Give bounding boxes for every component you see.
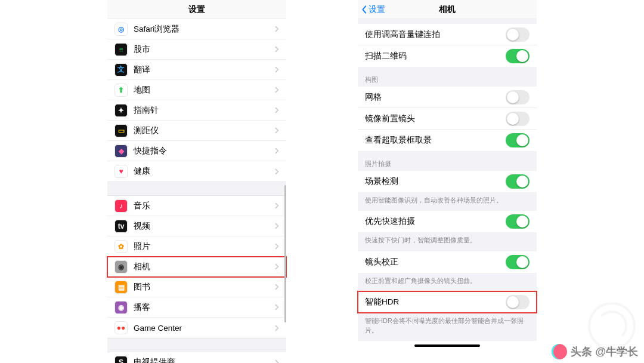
chevron-right-icon [275,87,279,93]
row-maps[interactable]: ⬆地图 [107,80,286,100]
row-photos[interactable]: ✿照片 [107,236,286,257]
footer-fast: 快速按下快门时，智能调整图像质量。 [358,232,537,251]
switch-knob [516,134,528,146]
switch-qrcode[interactable] [506,49,530,63]
row-health[interactable]: ♥健康 [107,161,286,182]
row-lenscorr[interactable]: 镜头校正 [358,251,537,273]
right-camera-screen: 设置 相机 使用调高音量键连拍扫描二维码 构图 网格镜像前置镜头查看超取景框取景… [358,0,537,363]
switch-smarthdr[interactable] [506,295,530,309]
row-stocks[interactable]: ≡股市 [107,39,286,60]
navbar-camera: 设置 相机 [358,0,537,19]
maps-icon: ⬆ [114,84,128,97]
row-tv[interactable]: tv视频 [107,216,286,236]
chevron-right-icon [275,359,279,364]
row-translate[interactable]: 文翻译 [107,60,286,80]
label-books: 图书 [134,282,275,293]
row-mirror[interactable]: 镜像前置镜头 [358,108,537,130]
label-gamecenter: Game Center [134,324,275,333]
row-gamecenter[interactable]: ●●Game Center [107,318,286,338]
nav-title: 设置 [188,4,205,15]
nav-title: 相机 [439,4,456,15]
row-lens-correction: 镜头校正 [358,251,537,273]
health-icon: ♥ [114,165,128,178]
row-scene-detect: 场景检测 [358,171,537,192]
row-fastshot[interactable]: 优先快速拍摄 [358,211,537,232]
music-icon: ♪ [114,199,128,213]
switch-grid[interactable] [506,90,530,104]
chevron-right-icon [275,168,279,175]
row-safari[interactable]: ◎Safari浏览器 [107,19,286,39]
label-mirror: 镜像前置镜头 [365,113,506,124]
switch-fastshot[interactable] [506,214,530,229]
label-qrcode: 扫描二维码 [365,51,506,61]
row-shortcuts[interactable]: ◆快捷指令 [107,141,286,161]
watermark: 头条 @牛学长 [552,344,638,359]
section-gap [107,338,286,352]
row-podcasts[interactable]: ◉播客 [107,297,286,318]
row-measure[interactable]: ▭测距仪 [107,121,286,141]
group-top: 使用调高音量键连拍扫描二维码 [358,24,537,67]
measure-icon: ▭ [114,124,128,137]
label-tv: 视频 [134,221,275,232]
row-smart-hdr: 智能HDR [358,291,537,313]
row-smarthdr[interactable]: 智能HDR [358,291,537,313]
chevron-right-icon [275,66,279,73]
chevron-right-icon [275,127,279,134]
row-compass[interactable]: ✦指南针 [107,100,286,121]
row-qrcode[interactable]: 扫描二维码 [358,45,537,67]
row-music[interactable]: ♪音乐 [107,196,286,216]
label-compass: 指南针 [134,105,275,116]
chevron-right-icon [275,46,279,53]
label-music: 音乐 [134,201,275,211]
row-books[interactable]: ▤图书 [107,277,286,297]
label-scenedetect: 场景检测 [365,176,506,187]
home-indicator[interactable] [414,344,480,347]
switch-knob [516,216,528,227]
watermark-text: 头条 @牛学长 [571,344,638,359]
label-lenscorr: 镜头校正 [365,257,506,267]
label-fastshot: 优先快速拍摄 [365,216,506,227]
chevron-right-icon [275,202,279,209]
chevron-right-icon [275,284,279,290]
back-button[interactable]: 设置 [361,4,385,15]
label-safari: Safari浏览器 [134,24,275,35]
row-tvprovider[interactable]: S电视提供商 [107,352,286,363]
switch-scenedetect[interactable] [506,174,530,189]
row-outframe[interactable]: 查看超取景框取景 [358,130,537,151]
chevron-left-icon [361,5,367,14]
label-smarthdr: 智能HDR [365,297,506,307]
chevron-right-icon [275,243,279,250]
switch-knob [516,256,528,268]
scrollbar[interactable] [284,185,286,322]
row-grid[interactable]: 网格 [358,87,537,108]
row-scenedetect[interactable]: 场景检测 [358,171,537,192]
label-photos: 照片 [134,241,275,252]
switch-outframe[interactable] [506,133,530,147]
row-volumeburst[interactable]: 使用调高音量键连拍 [358,24,537,45]
tvprovider-icon: S [114,356,128,363]
back-label: 设置 [369,4,385,15]
switch-knob [516,176,528,187]
switch-mirror[interactable] [506,112,530,126]
navbar-settings: 设置 [107,0,286,19]
label-measure: 测距仪 [134,125,275,136]
row-camera[interactable]: ◉相机 [107,257,286,277]
chevron-right-icon [275,223,279,229]
group-header-composition: 构图 [358,67,537,87]
switch-lenscorr[interactable] [506,255,530,269]
label-health: 健康 [134,166,275,177]
chevron-right-icon [275,26,279,32]
podcasts-icon: ◉ [114,301,128,314]
label-shortcuts: 快捷指令 [134,146,275,156]
brand-watermark-logo [588,302,636,350]
settings-group-1: ◎Safari浏览器≡股市文翻译⬆地图✦指南针▭测距仪◆快捷指令♥健康 [107,19,286,182]
switch-knob [507,29,519,41]
toutiao-icon [552,344,567,359]
footer-lens: 校正前置和超广角摄像头的镜头扭曲。 [358,273,537,291]
shortcuts-icon: ◆ [114,144,128,158]
label-grid: 网格 [365,92,506,103]
chevron-right-icon [275,263,279,270]
chevron-right-icon [275,304,279,310]
books-icon: ▤ [114,281,128,294]
switch-volumeburst[interactable] [506,27,530,42]
